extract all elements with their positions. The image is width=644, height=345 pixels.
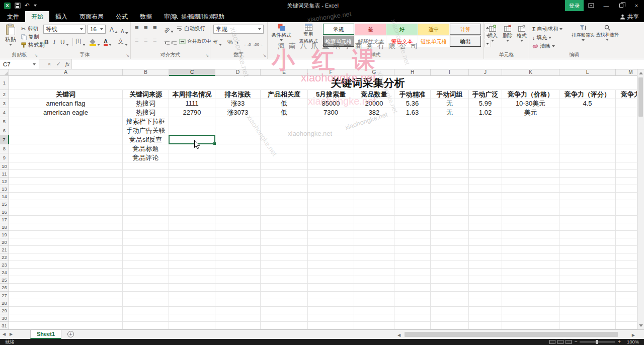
increase-font-icon[interactable]: A — [110, 25, 118, 33]
cell-F4[interactable]: 7300 — [308, 108, 354, 117]
cell-K10[interactable] — [502, 162, 559, 170]
italic-button[interactable]: I — [53, 38, 55, 46]
cell-A6[interactable] — [9, 126, 123, 135]
cell-L1[interactable] — [559, 76, 616, 90]
cell-A23[interactable] — [9, 261, 123, 269]
cell-H9[interactable] — [394, 153, 431, 162]
cell-L5[interactable] — [559, 117, 616, 126]
cell-D18[interactable] — [215, 223, 261, 231]
cell-K22[interactable] — [502, 253, 559, 261]
cell-H4[interactable]: 1.63 — [394, 108, 431, 117]
cell-G31[interactable] — [354, 322, 394, 329]
align-middle-icon[interactable]: ≡ — [144, 24, 148, 31]
scroll-down-icon[interactable] — [637, 322, 644, 329]
row-header-22[interactable]: 22 — [0, 253, 9, 261]
cell-A22[interactable] — [9, 253, 123, 261]
cell-I11[interactable] — [431, 170, 469, 178]
cell-F7[interactable] — [308, 135, 354, 144]
cell-E27[interactable] — [261, 292, 308, 299]
column-header-J[interactable]: J — [469, 69, 502, 76]
cell-F26[interactable] — [308, 284, 354, 291]
cell-M12[interactable] — [616, 178, 637, 185]
cell-B16[interactable] — [123, 208, 169, 216]
cell-B6[interactable]: 手动广告关联 — [123, 126, 169, 135]
zoom-in-button[interactable]: + — [618, 339, 621, 345]
cell-E14[interactable] — [261, 193, 308, 200]
cell-K6[interactable] — [502, 126, 559, 135]
autosum-button[interactable]: Σ自动求和 — [532, 25, 562, 33]
cell-A10[interactable] — [9, 162, 123, 170]
column-header-G[interactable]: G — [354, 69, 394, 76]
cell-D23[interactable] — [215, 261, 261, 269]
cell-I5[interactable] — [431, 117, 469, 126]
cell-L15[interactable] — [559, 200, 616, 208]
cell-I12[interactable] — [431, 178, 469, 185]
align-left-icon[interactable]: ≡ — [135, 37, 139, 44]
column-header-B[interactable]: B — [123, 69, 169, 76]
ribbon-tab-页面布局[interactable]: 页面布局 — [73, 11, 110, 22]
share-button[interactable]: 共享 — [620, 11, 639, 22]
column-header-C[interactable]: C — [169, 69, 215, 76]
cell-A21[interactable] — [9, 246, 123, 253]
cell-J24[interactable] — [469, 269, 502, 276]
save-icon[interactable] — [15, 3, 21, 9]
cell-F9[interactable] — [308, 153, 354, 162]
cell-L26[interactable] — [559, 284, 616, 291]
cell-E13[interactable] — [261, 185, 308, 193]
percent-style-icon[interactable]: % — [227, 38, 233, 46]
cell-L22[interactable] — [559, 253, 616, 261]
font-size-select[interactable]: 16 — [88, 25, 106, 34]
undo-icon[interactable]: ↶ — [25, 3, 30, 9]
comma-style-icon[interactable]: , — [236, 37, 238, 45]
cell-M20[interactable] — [616, 238, 637, 246]
cell-C22[interactable] — [169, 253, 215, 261]
cell-E4[interactable]: 低 — [261, 108, 308, 117]
cell-A24[interactable] — [9, 269, 123, 276]
cell-I27[interactable] — [431, 292, 469, 299]
cell-G5[interactable] — [354, 117, 394, 126]
cell-B30[interactable] — [123, 314, 169, 322]
cell-H17[interactable] — [394, 216, 431, 223]
cell-L10[interactable] — [559, 162, 616, 170]
cell-D28[interactable] — [215, 299, 261, 307]
row-header-1[interactable]: 1 — [0, 76, 9, 90]
cell-E26[interactable] — [261, 284, 308, 291]
cell-D9[interactable] — [215, 153, 261, 162]
cell-L19[interactable] — [559, 231, 616, 238]
cell-G20[interactable] — [354, 238, 394, 246]
cell-G16[interactable] — [354, 208, 394, 216]
cell-E25[interactable] — [261, 276, 308, 284]
cell-J21[interactable] — [469, 246, 502, 253]
decrease-font-icon[interactable]: A — [121, 26, 128, 34]
cell-C23[interactable] — [169, 261, 215, 269]
ribbon-tab-数据[interactable]: 数据 — [134, 11, 158, 22]
cell-K28[interactable] — [502, 299, 559, 307]
cell-C1[interactable] — [169, 76, 215, 90]
cell-D24[interactable] — [215, 269, 261, 276]
ribbon-display-options-icon[interactable] — [584, 0, 599, 11]
cell-L13[interactable] — [559, 185, 616, 193]
number-format-select[interactable]: 常规 — [213, 25, 264, 34]
row-header-2[interactable]: 2 — [0, 90, 9, 99]
cell-G2[interactable]: 竞品数量 — [354, 90, 394, 99]
cell-A9[interactable] — [9, 153, 123, 162]
cell-B11[interactable] — [123, 170, 169, 178]
sign-in-button[interactable]: 登录 — [565, 0, 584, 11]
row-header-7[interactable]: 7 — [0, 135, 9, 144]
row-header-25[interactable]: 25 — [0, 276, 9, 284]
cell-D26[interactable] — [215, 284, 261, 291]
cell-C5[interactable] — [169, 117, 215, 126]
cell-G10[interactable] — [354, 162, 394, 170]
cell-K30[interactable] — [502, 314, 559, 322]
cell-K31[interactable] — [502, 322, 559, 329]
cell-K8[interactable] — [502, 144, 559, 153]
increase-indent-icon[interactable] — [171, 38, 177, 46]
cell-A27[interactable] — [9, 292, 123, 299]
decrease-decimal-icon[interactable]: .00→ — [254, 39, 263, 47]
cell-G25[interactable] — [354, 276, 394, 284]
cell-K3[interactable]: 10-30美元 — [502, 99, 559, 108]
cell-I16[interactable] — [431, 208, 469, 216]
cell-M10[interactable] — [616, 162, 637, 170]
cell-I21[interactable] — [431, 246, 469, 253]
row-header-29[interactable]: 29 — [0, 307, 9, 314]
